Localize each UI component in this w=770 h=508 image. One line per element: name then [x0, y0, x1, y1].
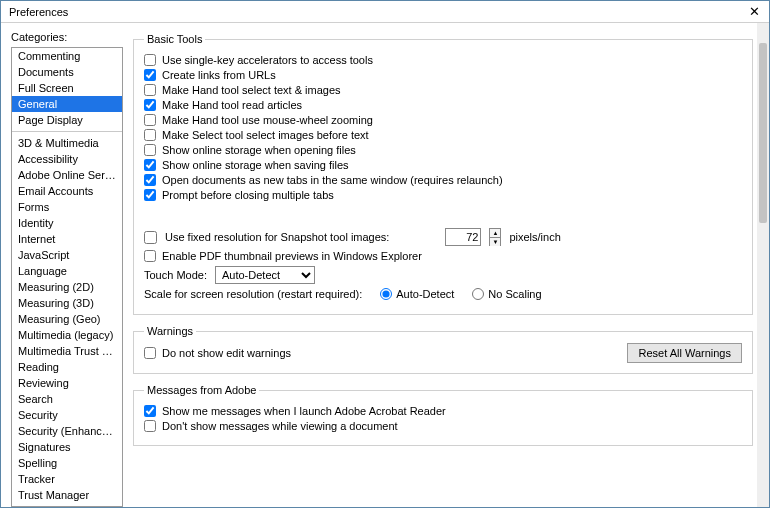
categories-box: CommentingDocumentsFull ScreenGeneralPag… [11, 47, 123, 507]
sidebar-item[interactable]: Trust Manager [12, 487, 122, 503]
option-checkbox[interactable] [144, 69, 156, 81]
sidebar-item[interactable]: Email Accounts [12, 183, 122, 199]
sidebar-item[interactable]: Signatures [12, 439, 122, 455]
sidebar-item[interactable]: Accessibility [12, 151, 122, 167]
snapshot-value-input[interactable] [445, 228, 481, 246]
sidebar-item[interactable]: Multimedia (legacy) [12, 327, 122, 343]
option-checkbox[interactable] [144, 99, 156, 111]
thumbnail-checkbox[interactable] [144, 250, 156, 262]
snapshot-row: Use fixed resolution for Snapshot tool i… [144, 228, 742, 246]
sidebar-item[interactable]: Adobe Online Services [12, 167, 122, 183]
window-body: Categories: CommentingDocumentsFull Scre… [1, 23, 769, 507]
warnings-group: Warnings Do not show edit warnings Reset… [133, 325, 753, 374]
option-checkbox[interactable] [144, 54, 156, 66]
option-checkbox[interactable] [144, 174, 156, 186]
option-label: Show me messages when I launch Adobe Acr… [162, 405, 446, 417]
option-label: Make Hand tool use mouse-wheel zooming [162, 114, 373, 126]
sidebar-item[interactable]: Internet [12, 231, 122, 247]
sidebar-separator [12, 131, 122, 132]
option-label: Make Hand tool select text & images [162, 84, 341, 96]
option-label: Make Select tool select images before te… [162, 129, 369, 141]
sidebar-item[interactable]: Reading [12, 359, 122, 375]
scale-noscaling-radio[interactable] [472, 288, 484, 300]
option-label: Prompt before closing multiple tabs [162, 189, 334, 201]
snapshot-label: Use fixed resolution for Snapshot tool i… [165, 231, 389, 243]
sidebar-item[interactable]: Measuring (2D) [12, 279, 122, 295]
sidebar-item[interactable]: Commenting [12, 48, 122, 64]
basic-tools-group: Basic Tools Use single-key accelerators … [133, 33, 753, 315]
touch-mode-select[interactable]: Auto-Detect [215, 266, 315, 284]
sidebar-item[interactable]: General [12, 96, 122, 112]
option-checkbox[interactable] [144, 189, 156, 201]
close-button[interactable]: ✕ [743, 3, 765, 21]
touch-mode-row: Touch Mode: Auto-Detect [144, 266, 742, 284]
option-checkbox[interactable] [144, 420, 156, 432]
option-label: Show online storage when opening files [162, 144, 356, 156]
basic-tools-option: Use single-key accelerators to access to… [144, 54, 742, 66]
basic-tools-option: Show online storage when opening files [144, 144, 742, 156]
sidebar-item[interactable]: Security (Enhanced) [12, 423, 122, 439]
option-label: Don't show messages while viewing a docu… [162, 420, 398, 432]
sidebar-item[interactable]: Reviewing [12, 375, 122, 391]
scrollbar-thumb[interactable] [759, 43, 767, 223]
thumbnail-label: Enable PDF thumbnail previews in Windows… [162, 250, 422, 262]
sidebar: Categories: CommentingDocumentsFull Scre… [1, 23, 129, 507]
thumbnail-row: Enable PDF thumbnail previews in Windows… [144, 250, 742, 262]
sidebar-item[interactable]: Identity [12, 215, 122, 231]
option-label: Show online storage when saving files [162, 159, 349, 171]
sidebar-item[interactable]: Multimedia Trust (legacy) [12, 343, 122, 359]
scrollbar[interactable] [757, 23, 769, 507]
preferences-window: Preferences ✕ Categories: CommentingDocu… [0, 0, 770, 508]
snapshot-spinner[interactable]: ▲▼ [489, 228, 501, 246]
scale-label: Scale for screen resolution (restart req… [144, 288, 362, 300]
option-label: Open documents as new tabs in the same w… [162, 174, 503, 186]
basic-tools-option: Make Select tool select images before te… [144, 129, 742, 141]
scale-row: Scale for screen resolution (restart req… [144, 288, 742, 300]
messages-option: Show me messages when I launch Adobe Acr… [144, 405, 742, 417]
spinner-down-icon[interactable]: ▼ [490, 238, 500, 246]
scale-auto-radio[interactable] [380, 288, 392, 300]
sidebar-item[interactable]: Measuring (3D) [12, 295, 122, 311]
spinner-up-icon[interactable]: ▲ [490, 229, 500, 238]
sidebar-item[interactable]: Documents [12, 64, 122, 80]
basic-tools-option: Make Hand tool use mouse-wheel zooming [144, 114, 742, 126]
scale-auto-label: Auto-Detect [396, 288, 454, 300]
warnings-checkbox[interactable] [144, 347, 156, 359]
messages-group: Messages from Adobe Show me messages whe… [133, 384, 753, 446]
sidebar-item[interactable]: Measuring (Geo) [12, 311, 122, 327]
sidebar-item[interactable]: Forms [12, 199, 122, 215]
option-checkbox[interactable] [144, 159, 156, 171]
basic-tools-legend: Basic Tools [144, 33, 205, 45]
option-label: Make Hand tool read articles [162, 99, 302, 111]
snapshot-unit: pixels/inch [509, 231, 560, 243]
option-checkbox[interactable] [144, 129, 156, 141]
sidebar-item[interactable]: 3D & Multimedia [12, 135, 122, 151]
basic-tools-option: Make Hand tool select text & images [144, 84, 742, 96]
window-title: Preferences [9, 6, 68, 18]
option-checkbox[interactable] [144, 405, 156, 417]
sidebar-item[interactable]: Units [12, 503, 122, 507]
main-panel[interactable]: Basic Tools Use single-key accelerators … [129, 23, 769, 507]
option-checkbox[interactable] [144, 84, 156, 96]
titlebar: Preferences ✕ [1, 1, 769, 23]
option-label: Create links from URLs [162, 69, 276, 81]
warnings-label: Do not show edit warnings [162, 347, 291, 359]
basic-tools-option: Make Hand tool read articles [144, 99, 742, 111]
option-checkbox[interactable] [144, 144, 156, 156]
sidebar-item[interactable]: Full Screen [12, 80, 122, 96]
sidebar-item[interactable]: Spelling [12, 455, 122, 471]
messages-legend: Messages from Adobe [144, 384, 259, 396]
sidebar-item[interactable]: Page Display [12, 112, 122, 128]
sidebar-item[interactable]: Tracker [12, 471, 122, 487]
warnings-legend: Warnings [144, 325, 196, 337]
reset-warnings-button[interactable]: Reset All Warnings [627, 343, 742, 363]
sidebar-item[interactable]: JavaScript [12, 247, 122, 263]
sidebar-item[interactable]: Search [12, 391, 122, 407]
basic-tools-option: Create links from URLs [144, 69, 742, 81]
sidebar-item[interactable]: Security [12, 407, 122, 423]
sidebar-item[interactable]: Language [12, 263, 122, 279]
categories-list[interactable]: CommentingDocumentsFull ScreenGeneralPag… [12, 48, 122, 507]
touch-mode-label: Touch Mode: [144, 269, 207, 281]
option-checkbox[interactable] [144, 114, 156, 126]
snapshot-checkbox[interactable] [144, 231, 157, 244]
